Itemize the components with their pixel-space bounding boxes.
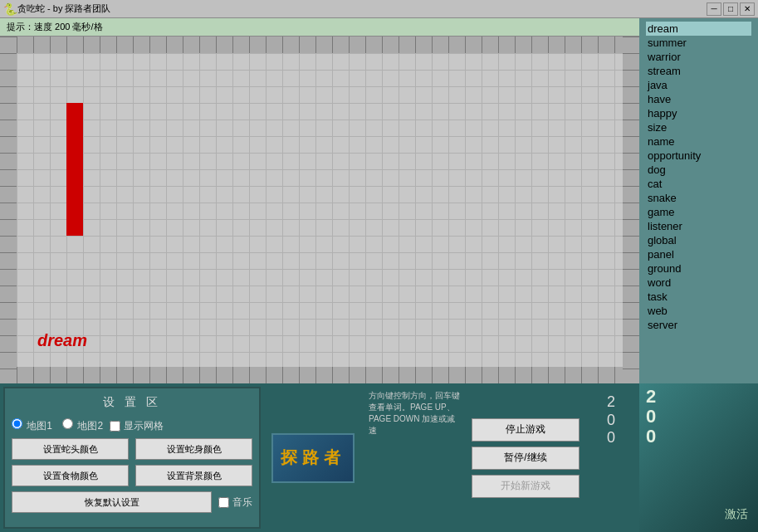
show-grid-label: 显示网格 bbox=[124, 419, 164, 433]
title-text: 贪吃蛇 - by 探路者团队 bbox=[17, 2, 707, 15]
music-checkbox-label[interactable]: 音乐 bbox=[218, 495, 252, 510]
hint-text: 提示：速度 200 毫秒/格 bbox=[7, 21, 103, 33]
map-radio-group: 地图1 地图2 bbox=[12, 418, 103, 433]
word-list-item[interactable]: name bbox=[646, 134, 751, 149]
set-head-color-button[interactable]: 设置蛇头颜色 bbox=[12, 438, 129, 460]
game-controls: 停止游戏 暂停/继续 开始新游戏 bbox=[472, 387, 580, 529]
word-list-item[interactable]: cat bbox=[646, 177, 751, 191]
word-list-item[interactable]: listener bbox=[646, 219, 751, 233]
instructions-text: 方向键控制方向，回车键查看单词。PAGE UP、PAGE DOWN 加速或减速 bbox=[369, 391, 460, 435]
set-bg-color-button[interactable]: 设置背景颜色 bbox=[135, 465, 252, 486]
map-selection-row: 地图1 地图2 显示网格 bbox=[12, 418, 252, 433]
new-game-button[interactable]: 开始新游戏 bbox=[472, 475, 580, 498]
canvas-section: 提示：速度 200 毫秒/格 dream bbox=[0, 18, 639, 383]
show-grid-checkbox-label[interactable]: 显示网格 bbox=[110, 419, 164, 433]
maximize-button[interactable]: □ bbox=[723, 2, 738, 16]
set-food-color-button[interactable]: 设置食物颜色 bbox=[12, 465, 129, 486]
instructions-area: 方向键控制方向，回车键查看单词。PAGE UP、PAGE DOWN 加速或减速 bbox=[365, 387, 465, 529]
logo-area: 探路者 bbox=[267, 387, 359, 529]
word-list-item[interactable]: size bbox=[646, 120, 751, 134]
map1-label: 地图1 bbox=[27, 420, 52, 432]
speed-right: 2 0 0 bbox=[646, 387, 755, 447]
word-list-item[interactable]: dog bbox=[646, 163, 751, 177]
misc-row: 恢复默认设置 音乐 bbox=[12, 491, 252, 513]
word-list-scroll[interactable]: dreamsummerwarriorstreamjavahavehappysiz… bbox=[639, 18, 758, 383]
word-list-item[interactable]: stream bbox=[646, 64, 751, 78]
speed-label: 2 0 0 bbox=[607, 393, 615, 447]
word-list-item[interactable]: task bbox=[646, 290, 751, 304]
set-body-color-button[interactable]: 设置蛇身颜色 bbox=[135, 438, 252, 460]
word-list-item[interactable]: summer bbox=[646, 36, 751, 50]
restore-default-button[interactable]: 恢复默认设置 bbox=[12, 491, 212, 513]
minimize-button[interactable]: ─ bbox=[707, 2, 721, 16]
map1-radio-label[interactable]: 地图1 bbox=[12, 418, 52, 433]
word-list-item[interactable]: game bbox=[646, 205, 751, 219]
word-list-item[interactable]: happy bbox=[646, 106, 751, 120]
title-bar-icon: 🐍 bbox=[3, 2, 17, 16]
hint-bar: 提示：速度 200 毫秒/格 bbox=[0, 18, 639, 37]
map2-radio[interactable] bbox=[62, 418, 73, 429]
map2-label: 地图2 bbox=[77, 420, 103, 432]
word-list-item[interactable]: web bbox=[646, 304, 751, 318]
grid-canvas: dream bbox=[0, 37, 639, 383]
game-area: 提示：速度 200 毫秒/格 dream 设 置 区 bbox=[0, 18, 639, 532]
word-list-item[interactable]: warrior bbox=[646, 50, 751, 64]
logo-box: 探路者 bbox=[271, 433, 355, 483]
map2-radio-label[interactable]: 地图2 bbox=[62, 418, 103, 433]
right-bottom: 2 0 0 激活 bbox=[639, 383, 758, 532]
grid-border-left bbox=[0, 37, 17, 383]
speed-display: 2 0 0 bbox=[586, 387, 636, 529]
stop-game-button[interactable]: 停止游戏 bbox=[472, 418, 580, 442]
pause-game-button[interactable]: 暂停/继续 bbox=[472, 447, 580, 470]
logo-text: 探路者 bbox=[281, 447, 345, 469]
show-grid-checkbox[interactable] bbox=[110, 421, 120, 432]
word-list-item[interactable]: have bbox=[646, 92, 751, 106]
activate-button[interactable]: 激活 bbox=[725, 507, 748, 522]
word-list-item[interactable]: java bbox=[646, 78, 751, 92]
close-button[interactable]: ✕ bbox=[740, 2, 755, 16]
color-row-2: 设置食物颜色 设置背景颜色 bbox=[12, 465, 252, 486]
music-checkbox[interactable] bbox=[218, 497, 229, 508]
title-controls: ─ □ ✕ bbox=[707, 2, 755, 16]
word-list-item[interactable]: panel bbox=[646, 247, 751, 261]
grid-border-top bbox=[0, 37, 639, 53]
main-container: 提示：速度 200 毫秒/格 dream 设 置 区 bbox=[0, 18, 758, 532]
map1-radio[interactable] bbox=[12, 418, 22, 429]
settings-area: 设 置 区 地图1 地图2 显示网格 bbox=[3, 387, 261, 529]
word-list-item[interactable]: word bbox=[646, 276, 751, 290]
word-list-item[interactable]: server bbox=[646, 318, 751, 332]
grid-overlay bbox=[0, 37, 639, 383]
word-list-item[interactable]: ground bbox=[646, 261, 751, 276]
right-panel: dreamsummerwarriorstreamjavahavehappysiz… bbox=[639, 18, 758, 532]
color-row-1: 设置蛇头颜色 设置蛇身颜色 bbox=[12, 438, 252, 460]
word-list-item[interactable]: snake bbox=[646, 191, 751, 205]
word-list-item[interactable]: dream bbox=[646, 22, 751, 36]
music-label: 音乐 bbox=[232, 495, 252, 510]
settings-title: 设 置 区 bbox=[12, 395, 252, 410]
grid-border-bottom bbox=[0, 367, 639, 383]
word-list-item[interactable]: global bbox=[646, 233, 751, 247]
right-bottom-container: 2 0 0 激活 bbox=[643, 387, 755, 529]
snake-body bbox=[66, 103, 83, 236]
grid-border-right bbox=[623, 37, 639, 383]
title-bar: 🐍 贪吃蛇 - by 探路者团队 ─ □ ✕ bbox=[0, 0, 758, 18]
word-display: dream bbox=[37, 331, 87, 350]
control-section: 设 置 区 地图1 地图2 显示网格 bbox=[0, 383, 639, 532]
word-list-item[interactable]: opportunity bbox=[646, 149, 751, 163]
word-list-section: dreamsummerwarriorstreamjavahavehappysiz… bbox=[639, 18, 758, 383]
